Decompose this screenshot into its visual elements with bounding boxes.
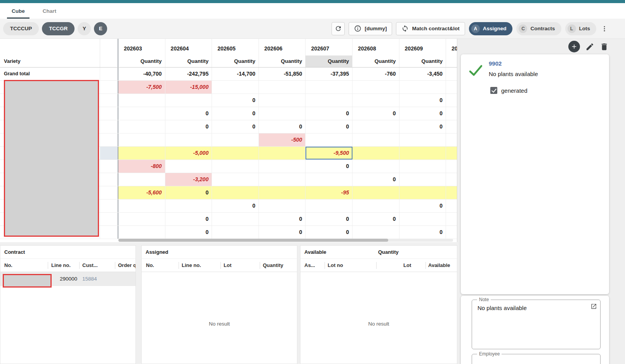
grid-cell[interactable] (165, 94, 212, 107)
grid-cell[interactable] (446, 160, 457, 173)
grid-cell[interactable] (352, 133, 399, 146)
employee-field[interactable]: Employee (472, 354, 601, 364)
grid-cell[interactable] (212, 226, 259, 239)
grid-cell[interactable]: -40,700 (118, 68, 165, 80)
note-field[interactable]: Note No plants available (472, 300, 601, 349)
grid-cell[interactable]: 0 (352, 213, 399, 225)
assigned-column-header-3[interactable]: Quantity (263, 259, 283, 272)
grid-cell[interactable]: -15,000 (165, 81, 212, 94)
grid-cell[interactable]: 0 (306, 226, 352, 239)
grid-cell[interactable] (446, 107, 457, 120)
grid-cell[interactable] (306, 81, 352, 94)
grid-cell[interactable] (352, 147, 399, 159)
grid-cell[interactable]: -3,200 (165, 173, 212, 186)
contract-column-header-0[interactable]: No. (4, 259, 12, 272)
grid-cell[interactable] (446, 133, 457, 146)
generated-checkbox[interactable] (490, 87, 497, 94)
grid-cell[interactable] (352, 94, 399, 107)
grid-cell[interactable] (118, 226, 165, 239)
grid-cell[interactable]: -37,395 (306, 68, 352, 80)
grid-cell[interactable] (212, 81, 259, 94)
grid-cell[interactable] (259, 186, 306, 199)
grid-cell[interactable] (399, 147, 446, 159)
refresh-button[interactable] (332, 22, 345, 35)
grid-cell[interactable] (352, 199, 399, 212)
grid-cell[interactable] (399, 213, 446, 225)
grid-cell[interactable] (212, 160, 259, 173)
grid-cell[interactable]: -14,700 (212, 68, 259, 80)
grid-cell[interactable] (165, 199, 212, 212)
grid-cell[interactable] (212, 147, 259, 159)
dummy-button[interactable]: [dummy] (349, 22, 392, 35)
grid-cell[interactable] (352, 186, 399, 199)
column-header-202603[interactable]: 202603Quantity (118, 39, 165, 67)
column-header-202607[interactable]: 202607Quantity (306, 39, 352, 67)
grid-cell[interactable]: -800 (118, 160, 165, 173)
grid-cell[interactable] (118, 94, 165, 107)
available-column-header-1[interactable]: Lot no (328, 259, 343, 272)
grid-cell-selected[interactable]: -9,500 (306, 147, 352, 159)
grid-cell[interactable] (446, 226, 457, 239)
grid-cell[interactable]: -760 (352, 68, 399, 80)
grid-cell[interactable] (259, 147, 306, 159)
grid-cell[interactable]: 0 (259, 213, 306, 225)
column-header-20[interactable]: 20 (446, 39, 457, 67)
grid-cell[interactable] (399, 160, 446, 173)
available-column-header-3[interactable]: Available (428, 259, 450, 272)
contract-column-header-1[interactable]: Line no. (51, 259, 71, 272)
grid-cell[interactable] (212, 213, 259, 225)
grid-cell[interactable]: 0 (399, 107, 446, 120)
grid-cell[interactable] (399, 133, 446, 146)
grid-cell[interactable] (165, 133, 212, 146)
grid-cell[interactable] (118, 147, 165, 159)
grid-cell[interactable]: 0 (212, 107, 259, 120)
grid-cell[interactable] (446, 186, 457, 199)
view-lots[interactable]: L Lots (565, 22, 597, 35)
grid-cell[interactable]: -5,600 (118, 186, 165, 199)
grid-cell[interactable]: 0 (399, 199, 446, 212)
column-header-202604[interactable]: 202604Quantity (165, 39, 212, 67)
column-header-202608[interactable]: 202608Quantity (352, 39, 399, 67)
horizontal-scrollbar[interactable] (118, 239, 453, 242)
grid-cell[interactable] (306, 173, 352, 186)
grid-cell[interactable] (306, 133, 352, 146)
delete-button[interactable] (600, 42, 609, 51)
grid-cell[interactable]: 0 (399, 120, 446, 133)
grid-cell[interactable] (118, 213, 165, 225)
grid-cell[interactable]: 0 (165, 213, 212, 225)
tab-chart[interactable]: Chart (38, 3, 61, 19)
edit-button[interactable] (585, 42, 594, 51)
grid-cell[interactable] (352, 226, 399, 239)
grid-cell[interactable] (446, 213, 457, 225)
overflow-menu-button[interactable] (600, 22, 609, 35)
assigned-column-header-2[interactable]: Lot (224, 259, 231, 272)
grid-cell[interactable]: 0 (352, 173, 399, 186)
grid-cell[interactable]: -500 (259, 133, 306, 146)
grid-cell[interactable] (446, 199, 457, 212)
grid-cell[interactable]: 0 (212, 199, 259, 212)
grid-cell[interactable]: 0 (399, 94, 446, 107)
grid-cell[interactable] (212, 173, 259, 186)
note-value[interactable]: No plants available (472, 300, 600, 316)
record-id-link[interactable]: 9902 (489, 60, 502, 67)
grid-cell[interactable] (446, 147, 457, 159)
scrollbar-thumb[interactable] (118, 239, 388, 242)
grid-cell[interactable] (352, 81, 399, 94)
grid-cell[interactable] (446, 120, 457, 133)
grid-cell[interactable]: -5,000 (165, 147, 212, 159)
grid-cell[interactable] (118, 120, 165, 133)
grid-cell[interactable]: 0 (306, 213, 352, 225)
grid-cell[interactable] (212, 133, 259, 146)
grid-cell[interactable] (306, 94, 352, 107)
assigned-column-header-1[interactable]: Line no. (182, 259, 201, 272)
row-header[interactable]: Grand total (0, 68, 100, 80)
grid-cell[interactable]: 0 (352, 107, 399, 120)
grid-cell[interactable] (118, 199, 165, 212)
column-header-202609[interactable]: 202609Quantity (399, 39, 446, 67)
column-header-202606[interactable]: 202606Quantity (259, 39, 306, 67)
open-in-new-icon[interactable] (590, 303, 597, 310)
grid-cell[interactable] (118, 133, 165, 146)
match-contract-lot-button[interactable]: Match contract&lot (396, 22, 465, 35)
grid-cell[interactable] (259, 81, 306, 94)
grid-cell[interactable]: 0 (165, 226, 212, 239)
